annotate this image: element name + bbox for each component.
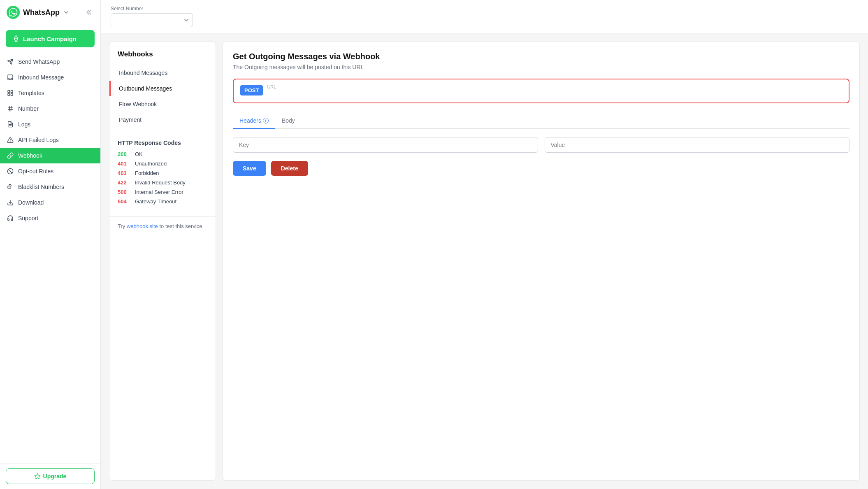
http-code-row: 403 Forbidden: [118, 170, 207, 176]
launch-campaign-button[interactable]: Launch Campaign: [6, 30, 95, 47]
sidebar-item-label: Blacklist Numbers: [18, 184, 64, 190]
app-title: WhatsApp: [23, 8, 60, 17]
select-number-dropdown[interactable]: [111, 13, 193, 27]
sidebar-footer: Upgrade: [0, 463, 100, 489]
left-panel: Webhooks Inbound Messages Outbound Messa…: [109, 42, 216, 481]
http-code-row: 200 OK: [118, 151, 207, 157]
http-code-row: 422 Invalid Request Body: [118, 179, 207, 186]
sidebar-item-label: Inbound Message: [18, 74, 64, 81]
info-icon: i: [263, 118, 269, 123]
sidebar-item-label: Opt-out Rules: [18, 168, 53, 175]
http-code-500: 500: [118, 189, 131, 195]
webhook-nav-flow-webhook[interactable]: Flow Webhook: [109, 96, 216, 112]
sidebar-item-send-whatsapp[interactable]: Send WhatsApp: [0, 54, 100, 70]
select-number-label: Select Number: [111, 6, 193, 12]
tab-headers-label: Headers: [239, 117, 261, 124]
sidebar-item-api-failed-logs[interactable]: API Failed Logs: [0, 132, 100, 148]
sidebar-item-logs[interactable]: Logs: [0, 116, 100, 132]
link-icon: [7, 152, 14, 159]
sidebar-item-support[interactable]: Support: [0, 210, 100, 226]
sidebar-item-number[interactable]: Number: [0, 101, 100, 116]
sidebar-item-label: Logs: [18, 121, 30, 128]
http-code-401: 401: [118, 161, 131, 167]
webhook-nav-outbound-messages[interactable]: Outbound Messages: [109, 81, 216, 96]
webhook-site-link[interactable]: webhook.site: [127, 223, 158, 229]
launch-campaign-label: Launch Campaign: [23, 35, 77, 42]
sidebar-item-label: Send WhatsApp: [18, 58, 60, 65]
sidebar-item-opt-out-rules[interactable]: Opt-out Rules: [0, 163, 100, 179]
webhook-nav-label: Flow Webhook: [119, 101, 157, 107]
delete-button[interactable]: Delete: [271, 161, 308, 176]
http-code-row: 500 Internal Server Error: [118, 189, 207, 195]
upgrade-button[interactable]: Upgrade: [6, 468, 95, 484]
ban-icon: [7, 183, 14, 191]
sidebar-item-label: Support: [18, 215, 38, 221]
sidebar: WhatsApp Launch Campaign: [0, 0, 101, 489]
http-code-401-desc: Unauthorized: [135, 161, 167, 167]
value-input[interactable]: [545, 137, 850, 153]
tab-body-label: Body: [282, 117, 295, 124]
alert-triangle-icon: [7, 136, 14, 144]
main-content: Select Number Webhooks Inbound Messages: [101, 0, 868, 489]
tabs: Headers i Body: [233, 113, 849, 129]
http-code-403: 403: [118, 170, 131, 176]
post-badge: POST: [240, 85, 263, 95]
key-input[interactable]: [233, 137, 538, 153]
sidebar-nav: Send WhatsApp Inbound Message: [0, 52, 100, 463]
rocket-icon: [12, 35, 20, 42]
star-icon: [34, 473, 41, 480]
http-code-500-desc: Internal Server Error: [135, 189, 183, 195]
whatsapp-icon: [7, 6, 20, 19]
sidebar-item-label: API Failed Logs: [18, 137, 59, 143]
webhook-nav-label: Outbound Messages: [119, 85, 172, 92]
svg-rect-5: [8, 93, 10, 95]
right-panel: Get Outgoing Messages via Webhook The Ou…: [223, 42, 860, 481]
key-value-row: [233, 137, 849, 153]
svg-rect-3: [8, 91, 10, 93]
webhook-footer-text: Try: [118, 223, 127, 229]
svg-point-14: [9, 187, 9, 187]
tab-headers[interactable]: Headers i: [233, 113, 275, 129]
sidebar-item-templates[interactable]: Templates: [0, 85, 100, 101]
webhook-panel: Webhooks Inbound Messages Outbound Messa…: [109, 42, 860, 481]
svg-marker-16: [35, 473, 40, 479]
webhook-nav-label: Payment: [119, 116, 142, 123]
hash-icon: [7, 105, 14, 112]
svg-rect-4: [11, 91, 13, 93]
webhook-nav-inbound-messages[interactable]: Inbound Messages: [109, 65, 216, 81]
dropdown-icon[interactable]: [63, 9, 70, 16]
send-icon: [7, 58, 14, 65]
top-bar: Select Number: [101, 0, 868, 33]
inbox-icon: [7, 74, 14, 81]
svg-point-0: [7, 6, 20, 19]
http-code-422-desc: Invalid Request Body: [135, 179, 186, 186]
sidebar-item-label: Templates: [18, 90, 44, 96]
webhook-footer: Try webhook.site to test this service.: [109, 216, 216, 236]
svg-rect-6: [11, 93, 13, 95]
sidebar-item-blacklist-numbers[interactable]: Blacklist Numbers: [0, 179, 100, 195]
sidebar-item-label: Webhook: [18, 152, 42, 159]
url-input-wrapper: URL: [267, 84, 842, 98]
webhook-footer-suffix: to test this service.: [159, 223, 204, 229]
http-codes-section: HTTP Response Codes 200 OK 401 Unauthori…: [109, 131, 216, 216]
http-code-504-desc: Gateway Timeout: [135, 198, 176, 205]
sidebar-item-inbound-message[interactable]: Inbound Message: [0, 70, 100, 85]
file-text-icon: [7, 121, 14, 128]
collapse-icon[interactable]: [86, 8, 94, 16]
http-code-200-desc: OK: [135, 151, 143, 157]
url-box: POST URL: [233, 79, 849, 103]
sidebar-logo: WhatsApp: [7, 6, 70, 19]
http-code-row: 504 Gateway Timeout: [118, 198, 207, 205]
webhook-nav-payment[interactable]: Payment: [109, 112, 216, 128]
webhooks-title: Webhooks: [109, 42, 216, 65]
tab-body[interactable]: Body: [275, 113, 302, 129]
sidebar-item-webhook[interactable]: Webhook: [0, 148, 100, 163]
url-input[interactable]: [267, 91, 842, 98]
svg-line-12: [8, 169, 12, 173]
http-code-row: 401 Unauthorized: [118, 161, 207, 167]
sidebar-item-download[interactable]: Download: [0, 195, 100, 210]
right-panel-title: Get Outgoing Messages via Webhook: [233, 52, 849, 61]
save-button[interactable]: Save: [233, 161, 266, 176]
download-icon: [7, 199, 14, 206]
upgrade-label: Upgrade: [43, 473, 67, 480]
